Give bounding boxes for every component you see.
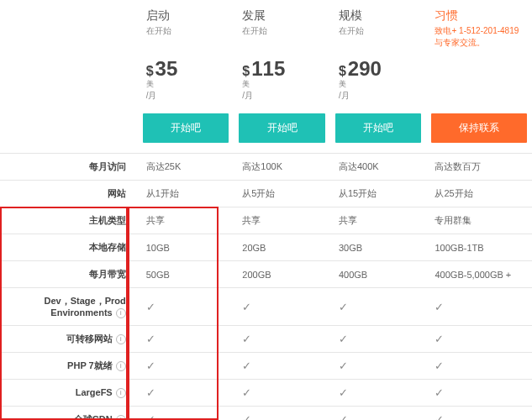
- feature-value: 从15开始: [339, 188, 377, 198]
- feature-value: 50GB: [146, 270, 170, 280]
- feature-value: 400GB: [339, 270, 367, 280]
- check-icon: ✓: [242, 333, 251, 345]
- info-icon[interactable]: i: [116, 361, 126, 371]
- feature-label: 本地存储: [89, 242, 126, 252]
- check-icon: ✓: [435, 301, 444, 313]
- plan-name: 发展: [242, 8, 322, 24]
- plan-price: 35: [155, 57, 178, 80]
- check-icon: ✓: [146, 301, 155, 313]
- feature-value: 从1开始: [146, 188, 179, 198]
- feature-value: 20GB: [242, 243, 266, 253]
- pricing-table: 启动在开始发展在开始规模在开始习惯致电+ 1-512-201-4819与专家交流…: [0, 0, 532, 420]
- info-icon[interactable]: i: [116, 308, 126, 318]
- feature-value: 共享: [339, 215, 357, 225]
- plan-name: 习惯: [435, 8, 524, 24]
- check-icon: ✓: [242, 413, 251, 420]
- plan-start-label: 在开始: [339, 25, 419, 37]
- feature-label: 全球CDN: [74, 414, 113, 420]
- info-icon[interactable]: i: [116, 415, 126, 420]
- feature-label: LargeFS: [76, 387, 113, 397]
- feature-value: 100GB-1TB: [435, 243, 483, 253]
- plan-price: 290: [348, 57, 382, 80]
- plan-start-label: 在开始: [242, 25, 322, 37]
- plan-contact: 致电+ 1-512-201-4819与专家交流。: [435, 25, 524, 49]
- check-icon: ✓: [435, 333, 444, 345]
- feature-value: 高达400K: [339, 161, 379, 171]
- feature-value: 从25开始: [435, 188, 472, 198]
- check-icon: ✓: [339, 301, 348, 313]
- info-icon[interactable]: i: [116, 388, 126, 398]
- feature-value: 共享: [146, 215, 165, 225]
- feature-label: 主机类型: [89, 215, 126, 225]
- check-icon: ✓: [146, 360, 155, 372]
- feature-label: 网站: [108, 188, 126, 198]
- check-icon: ✓: [242, 386, 251, 399]
- check-icon: ✓: [339, 386, 348, 399]
- plan-cta-button[interactable]: 开始吧: [239, 113, 325, 143]
- check-icon: ✓: [339, 360, 348, 372]
- feature-label: 可转移网站: [66, 333, 113, 344]
- feature-value: 400GB-5,000GB +: [435, 270, 511, 280]
- feature-value: 共享: [242, 215, 261, 225]
- plan-cta-button[interactable]: 保持联系: [431, 113, 527, 143]
- feature-value: 专用群集: [435, 215, 471, 225]
- feature-label: Dev，Stage，Prod Environments: [45, 296, 126, 318]
- check-icon: ✓: [435, 413, 444, 420]
- feature-value: 高达数百万: [435, 161, 481, 171]
- feature-value: 200GB: [242, 270, 271, 280]
- feature-value: 从5开始: [242, 188, 275, 198]
- feature-label: PHP 7就绪: [67, 360, 113, 370]
- check-icon: ✓: [339, 413, 348, 420]
- feature-value: 高达25K: [146, 161, 182, 171]
- check-icon: ✓: [339, 333, 348, 345]
- plan-price: 115: [251, 57, 285, 80]
- plan-name: 规模: [339, 8, 419, 24]
- check-icon: ✓: [435, 360, 444, 372]
- feature-label: 每月访问: [89, 161, 126, 171]
- feature-value: 高达100K: [242, 161, 282, 171]
- check-icon: ✓: [146, 333, 155, 345]
- check-icon: ✓: [146, 413, 155, 420]
- plan-cta-button[interactable]: 开始吧: [335, 113, 422, 143]
- feature-label: 每月带宽: [89, 269, 126, 279]
- check-icon: ✓: [146, 386, 155, 399]
- plan-name: 启动: [146, 8, 226, 24]
- plan-start-label: 在开始: [146, 25, 226, 37]
- feature-value: 30GB: [339, 243, 362, 253]
- feature-value: 10GB: [146, 243, 170, 253]
- plan-cta-button[interactable]: 开始吧: [143, 113, 229, 143]
- info-icon[interactable]: i: [116, 334, 126, 344]
- check-icon: ✓: [242, 301, 251, 313]
- check-icon: ✓: [242, 360, 251, 372]
- check-icon: ✓: [435, 386, 444, 399]
